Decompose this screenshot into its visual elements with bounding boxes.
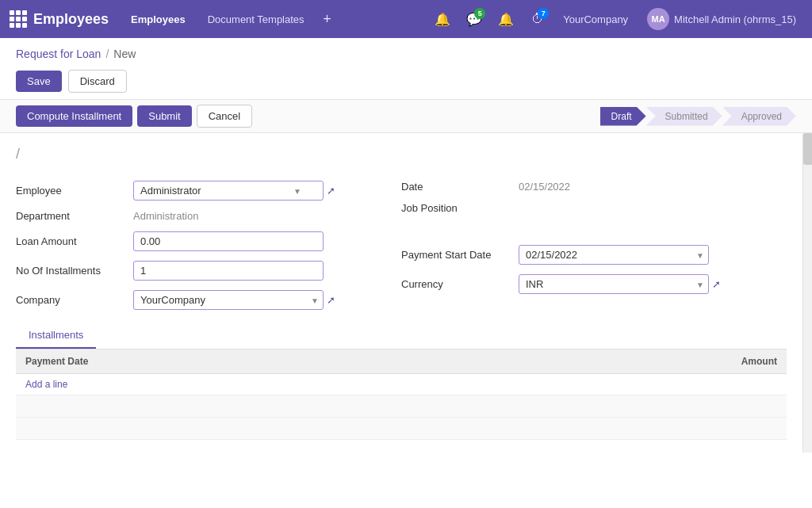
payment-start-date-row: Payment Start Date ▼ xyxy=(401,245,787,265)
employee-select-wrap: ▼ xyxy=(133,181,324,201)
installments-input[interactable] xyxy=(133,261,324,281)
scrollbar-track[interactable] xyxy=(802,133,812,453)
date-row: Date 02/15/2022 xyxy=(401,181,787,193)
status-step-draft[interactable]: Draft xyxy=(600,107,646,126)
department-value: Administration xyxy=(133,210,198,222)
currency-label: Currency xyxy=(401,278,512,290)
employee-dropdown-arrow: ▼ xyxy=(293,186,301,195)
date-value: 02/15/2022 xyxy=(519,181,570,193)
breadcrumb-parent[interactable]: Request for Loan xyxy=(16,48,101,60)
main-area: / Employee ▼ ➚ xyxy=(0,133,812,453)
company-select[interactable]: YourCompany xyxy=(133,290,324,310)
compute-installment-button[interactable]: Compute Installment xyxy=(16,105,132,127)
table-footer-row-2 xyxy=(16,418,787,440)
currency-ext-link-icon[interactable]: ➚ xyxy=(712,278,721,290)
nav-employees[interactable]: Employees xyxy=(121,9,195,30)
job-position-label: Job Position xyxy=(401,202,512,214)
app-logo[interactable]: Employees xyxy=(10,10,109,28)
activities-badge: 7 xyxy=(538,8,549,19)
department-label: Department xyxy=(16,210,127,222)
alert-bell-icon: 🔔 xyxy=(498,12,514,27)
installments-label: No Of Installments xyxy=(16,265,127,277)
add-line-row[interactable]: Add a line xyxy=(16,374,787,395)
company-input-wrap: YourCompany ▼ ➚ xyxy=(133,290,335,310)
breadcrumb-current: New xyxy=(113,48,136,60)
date-label: Date xyxy=(401,181,512,193)
form-left-col: Employee ▼ ➚ Department Administration xyxy=(16,181,401,310)
grid-icon xyxy=(10,10,27,28)
activities-button[interactable]: ⏱ 7 xyxy=(525,6,550,32)
nav-document-templates[interactable]: Document Templates xyxy=(198,9,314,30)
company-selector[interactable]: YourCompany xyxy=(557,13,634,25)
payment-start-date-input[interactable] xyxy=(519,245,709,265)
date-dropdown-arrow: ▼ xyxy=(696,250,704,259)
submit-button[interactable]: Submit xyxy=(137,105,191,127)
currency-select[interactable]: INR xyxy=(519,274,709,294)
installments-table: Payment Date Amount Add a line xyxy=(16,349,787,440)
company-ext-link-icon[interactable]: ➚ xyxy=(327,294,335,306)
main-content: / Employee ▼ ➚ xyxy=(0,133,802,453)
installments-row: No Of Installments xyxy=(16,261,401,281)
user-name: Mitchell Admin (ohrms_15) xyxy=(674,13,796,25)
action-bar: Save Discard xyxy=(0,67,812,99)
department-row: Department Administration xyxy=(16,210,401,222)
loan-amount-row: Loan Amount xyxy=(16,231,401,251)
save-button[interactable]: Save xyxy=(16,71,62,92)
user-menu[interactable]: MA Mitchell Admin (ohrms_15) xyxy=(641,5,802,33)
tab-installments[interactable]: Installments xyxy=(16,323,96,349)
messages-button[interactable]: 💬 5 xyxy=(462,6,487,32)
status-steps: Draft Submitted Approved xyxy=(600,107,796,126)
avatar: MA xyxy=(647,8,669,30)
loan-amount-input[interactable] xyxy=(133,231,324,251)
topnav-icons: 🔔 💬 5 🔔 ⏱ 7 YourCompany MA Mitchell Admi… xyxy=(430,5,802,33)
status-step-submitted[interactable]: Submitted xyxy=(646,107,722,126)
notifications-button[interactable]: 🔔 xyxy=(430,6,455,32)
currency-row: Currency INR ▼ ➚ xyxy=(401,274,787,294)
breadcrumb: Request for Loan / New xyxy=(0,38,812,67)
company-row: Company YourCompany ▼ ➚ xyxy=(16,290,401,310)
col-payment-date: Payment Date xyxy=(16,349,477,374)
employee-label: Employee xyxy=(16,185,127,197)
form-title: / xyxy=(16,146,787,165)
company-select-wrap: YourCompany ▼ xyxy=(133,290,324,310)
app-title: Employees xyxy=(33,11,109,28)
cancel-button[interactable]: Cancel xyxy=(197,105,252,128)
table-footer-row-1 xyxy=(16,395,787,418)
payment-start-date-label: Payment Start Date xyxy=(401,249,512,261)
breadcrumb-separator: / xyxy=(105,48,109,60)
employee-ext-link-icon[interactable]: ➚ xyxy=(327,185,335,197)
add-menu-button[interactable]: + xyxy=(317,9,338,29)
form-right-col: Date 02/15/2022 Job Position . Payment S xyxy=(401,181,787,310)
content-wrapper: Request for Loan / New Save Discard Comp… xyxy=(0,38,812,508)
payment-start-date-wrap: ▼ xyxy=(519,245,709,265)
discard-button[interactable]: Discard xyxy=(68,70,127,93)
currency-select-wrap: INR ▼ xyxy=(519,274,709,294)
tabs-bar: Installments xyxy=(16,323,787,349)
messages-badge: 5 xyxy=(474,8,485,19)
col-amount: Amount xyxy=(477,349,787,374)
form-grid: Employee ▼ ➚ Department Administration xyxy=(16,181,787,310)
bell-icon: 🔔 xyxy=(435,12,450,27)
form-slash: / xyxy=(16,146,20,162)
loan-amount-label: Loan Amount xyxy=(16,235,127,247)
add-line-cell[interactable]: Add a line xyxy=(16,374,787,395)
alerts-button[interactable]: 🔔 xyxy=(493,6,519,32)
company-label: Company xyxy=(16,294,127,306)
status-bar: Compute Installment Submit Cancel Draft … xyxy=(0,99,812,133)
employee-input-wrap: ▼ ➚ xyxy=(133,181,335,201)
topnav: Employees Employees Document Templates +… xyxy=(0,0,812,38)
currency-input-wrap: INR ▼ ➚ xyxy=(519,274,721,294)
employee-row: Employee ▼ ➚ xyxy=(16,181,401,201)
status-step-approved[interactable]: Approved xyxy=(722,107,796,126)
scrollbar-thumb[interactable] xyxy=(803,133,812,165)
job-position-row: Job Position xyxy=(401,202,787,214)
